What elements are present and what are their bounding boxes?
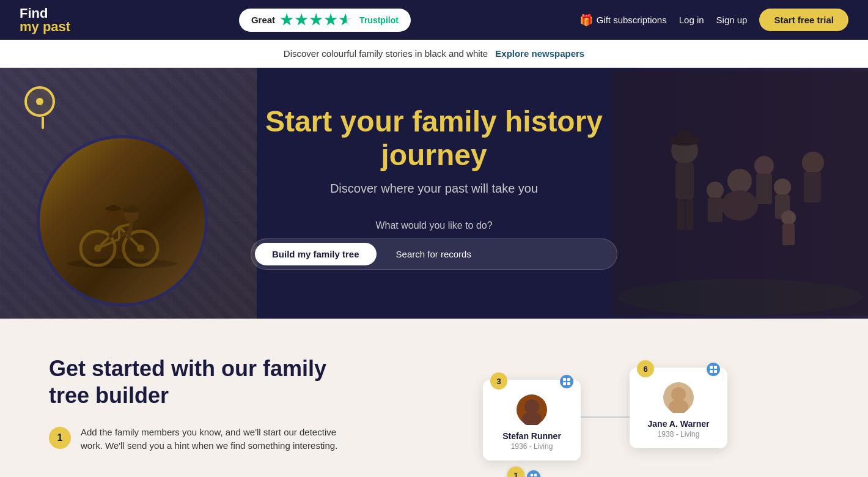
card-badge-blue-left: [560, 375, 573, 388]
section-right: 3 Stefan Runner 1936 - Liv: [391, 355, 819, 477]
announcement-text: Discover colourful family stories in bla…: [284, 48, 488, 59]
star-5: [339, 13, 352, 27]
card-name-left: Stefan Runner: [493, 431, 571, 441]
tree-connector-h: [578, 416, 633, 418]
hero-title: Start your family history journey: [251, 105, 617, 172]
svg-rect-39: [611, 71, 868, 316]
svg-rect-43: [567, 382, 570, 385]
family-photo: [611, 68, 868, 319]
step-1-number: 1: [49, 427, 71, 449]
card-badge-3: 3: [490, 372, 507, 390]
tree-preview: 3 Stefan Runner 1936 - Liv: [483, 355, 727, 477]
login-link[interactable]: Log in: [679, 15, 704, 25]
navbar: Find my past Great Trustpilot 🎁 Gift sub…: [0, 0, 868, 40]
trustpilot-great-text: Great: [251, 15, 275, 25]
search-records-button[interactable]: Search for records: [379, 243, 488, 265]
svg-rect-52: [531, 474, 533, 476]
card-badge-blue-right: [707, 363, 720, 376]
card-avatar-left: [517, 394, 547, 425]
svg-rect-49: [714, 370, 717, 373]
star-2: [295, 13, 308, 27]
logo-mypast: my past: [20, 20, 70, 34]
svg-rect-41: [567, 378, 570, 381]
gift-subscriptions-label: Gift subscriptions: [597, 15, 667, 25]
explore-newspapers-link[interactable]: Explore newspapers: [495, 48, 584, 59]
section-left: Get started with our family tree builder…: [49, 355, 355, 465]
tree-card-right: 6 Jane A. Warner 1938 - Li: [630, 368, 727, 448]
card-dates-left: 1936 - Living: [493, 442, 571, 451]
svg-rect-47: [714, 366, 717, 369]
signup-link[interactable]: Sign up: [716, 15, 748, 25]
circle-photo-inner: [40, 138, 205, 303]
svg-line-14: [110, 220, 113, 238]
svg-point-45: [522, 412, 542, 425]
trustpilot-widget: Great Trustpilot: [239, 9, 411, 32]
gift-icon: 🎁: [579, 13, 593, 27]
star-3: [309, 13, 323, 27]
trustpilot-stars: [280, 13, 352, 27]
pin-stem: [42, 117, 44, 129]
svg-rect-18: [110, 205, 117, 209]
svg-rect-48: [710, 370, 713, 373]
pin-dot: [36, 98, 43, 105]
site-logo[interactable]: Find my past: [20, 7, 70, 34]
card-dates-right: 1938 - Living: [639, 430, 718, 438]
trustpilot-logo-text: Trustpilot: [359, 15, 399, 25]
pin-circle: [24, 86, 55, 117]
svg-point-51: [669, 399, 688, 413]
hero-section: Start your family history journey Discov…: [0, 68, 868, 319]
hero-cta-question: What would you like to do?: [251, 220, 617, 231]
hero-content: Start your family history journey Discov…: [251, 105, 617, 270]
star-1: [280, 13, 293, 27]
svg-rect-46: [710, 366, 713, 369]
hero-left-bg: [0, 68, 257, 319]
svg-rect-42: [563, 382, 566, 385]
hero-right-bg: [611, 68, 868, 319]
lower-section: Get started with our family tree builder…: [0, 319, 868, 477]
logo-find: Find: [20, 7, 70, 20]
card-avatar-right: [663, 382, 694, 413]
gift-subscriptions-button[interactable]: 🎁 Gift subscriptions: [579, 13, 667, 27]
step-badge-bottom-1: 1: [507, 467, 524, 477]
star-4: [324, 13, 337, 27]
build-family-tree-button[interactable]: Build my family tree: [255, 243, 377, 265]
announcement-bar: Discover colourful family stories in bla…: [0, 40, 868, 68]
svg-rect-40: [563, 378, 566, 381]
card-badge-6: 6: [637, 360, 654, 377]
location-pin-icon: [24, 86, 61, 132]
step-1-text: Add the family members you know, and we'…: [81, 426, 355, 453]
lower-section-title: Get started with our family tree builder: [49, 355, 355, 408]
hero-circle-photo: [37, 135, 208, 306]
nav-right: 🎁 Gift subscriptions Log in Sign up Star…: [579, 9, 848, 31]
start-free-trial-button[interactable]: Start free trial: [759, 9, 848, 31]
card-name-right: Jane A. Warner: [639, 419, 718, 429]
svg-rect-53: [534, 474, 537, 476]
hero-subtitle: Discover where your past will take you: [251, 182, 617, 196]
svg-rect-16: [128, 205, 135, 210]
tree-card-left: 3 Stefan Runner 1936 - Liv: [483, 380, 581, 460]
step-badge-blue-bottom: [527, 470, 540, 477]
search-toggle: Build my family tree Search for records: [251, 239, 617, 270]
step-1: 1 Add the family members you know, and w…: [49, 426, 355, 453]
